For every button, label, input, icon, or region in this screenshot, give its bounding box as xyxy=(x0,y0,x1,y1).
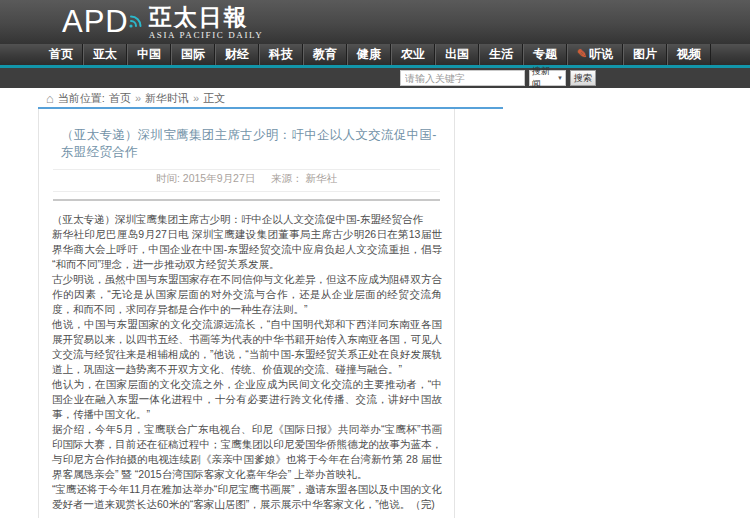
article-body: （亚太专递）深圳宝鹰集团主席古少明：吁中企以人文交流促中国-东盟经贸合作 新华社… xyxy=(39,201,454,512)
breadcrumb-current: 正文 xyxy=(203,91,225,106)
nav-item-home[interactable]: 首页 xyxy=(40,44,83,65)
nav-item-label: 出国 xyxy=(445,44,469,65)
wifi-signal-icon xyxy=(127,2,143,36)
article-paragraph: 新华社印尼巴厘岛9月27日电 深圳宝鹰建设集团董事局主席古少明26日在第13届世… xyxy=(52,227,442,272)
site-header: APD 亞太日報 ASIA PACIFIC DAILY xyxy=(0,0,750,44)
search-category-select[interactable]: 搜新闻 ▼ xyxy=(529,70,566,86)
nav-item-label: 教育 xyxy=(313,44,337,65)
nav-item-special-topics[interactable]: 专题 xyxy=(523,44,567,65)
source-label: 来源： xyxy=(271,172,303,184)
nav-item-label: 财经 xyxy=(225,44,249,65)
nav-item-label: 科技 xyxy=(269,44,293,65)
breadcrumb-separator: » xyxy=(135,92,141,104)
nav-item-label: 国际 xyxy=(181,44,205,65)
main-nav: 首页 亚太 中国 国际 财经 科技 教育 健康 农业 出国 生活 专题 ✎ 听说… xyxy=(0,44,750,65)
nav-item-technology[interactable]: 科技 xyxy=(259,44,303,65)
logo-apd-text: APD xyxy=(62,5,145,39)
site-logo[interactable]: APD 亞太日報 ASIA PACIFIC DAILY xyxy=(62,5,263,40)
nav-item-label: 首页 xyxy=(49,44,73,65)
nav-item-abroad[interactable]: 出国 xyxy=(435,44,479,65)
hot-pen-icon: ✎ xyxy=(577,48,587,60)
nav-item-health[interactable]: 健康 xyxy=(347,44,391,65)
dropdown-arrow-icon: ▼ xyxy=(557,75,563,81)
search-input[interactable] xyxy=(400,70,525,86)
breadcrumb-separator: » xyxy=(193,92,199,104)
nav-item-label: 听说 xyxy=(589,44,613,65)
article-box: （亚太专递）深圳宝鹰集团主席古少明：吁中企以人文交流促中国-东盟经贸合作 时间:… xyxy=(38,109,455,518)
breadcrumb: ⌂ 当前位置: 首页 » 新华时讯 » 正文 xyxy=(0,88,750,107)
nav-item-video[interactable]: 视频 xyxy=(667,44,711,65)
breadcrumb-prefix: 当前位置: xyxy=(58,91,105,106)
article-paragraph: “宝鹰还将于今年11月在雅加达举办“印尼宝鹰书画展”，邀请东盟各国以及中国的文化… xyxy=(52,482,442,512)
article-meta: 时间: 2015年9月27日 来源： 新华社 xyxy=(39,170,454,191)
content-area: （亚太专递）深圳宝鹰集团主席古少明：吁中企以人文交流促中国-东盟经贸合作 时间:… xyxy=(38,107,503,518)
nav-item-label: 专题 xyxy=(533,44,557,65)
article-paragraph: （亚太专递）深圳宝鹰集团主席古少明：吁中企以人文交流促中国-东盟经贸合作 xyxy=(52,212,442,227)
nav-item-finance[interactable]: 财经 xyxy=(215,44,259,65)
search-category-value: 搜新闻 xyxy=(532,65,557,91)
article-paragraph: 他说，中国与东盟国家的文化交流源远流长，“自中国明代郑和下西洋同东南亚各国展开贸… xyxy=(52,317,442,377)
nav-item-label: 农业 xyxy=(401,44,425,65)
nav-item-label: 图片 xyxy=(633,44,657,65)
nav-item-label: 亚太 xyxy=(93,44,117,65)
time-label: 时间: xyxy=(156,172,180,184)
breadcrumb-home-link[interactable]: 首页 xyxy=(109,91,131,106)
nav-item-asia-pacific[interactable]: 亚太 xyxy=(83,44,127,65)
nav-item-label: 中国 xyxy=(137,44,161,65)
logo-english-title: ASIA PACIFIC DAILY xyxy=(149,30,264,40)
time-value: 2015年9月27日 xyxy=(183,172,255,184)
article-title: （亚太专递）深圳宝鹰集团主席古少明：吁中企以人文交流促中国-东盟经贸合作 xyxy=(61,127,440,161)
search-button[interactable]: 搜索 xyxy=(570,70,596,86)
logo-chinese-title: 亞太日報 xyxy=(149,5,264,29)
source-value: 新华社 xyxy=(306,172,338,184)
article-paragraph: 他认为，在国家层面的文化交流之外，企业应成为民间文化交流的主要推动者，“中国企业… xyxy=(52,377,442,422)
logo-titles: 亞太日報 ASIA PACIFIC DAILY xyxy=(149,5,264,40)
home-icon: ⌂ xyxy=(46,93,54,104)
nav-item-label: 视频 xyxy=(677,44,701,65)
nav-item-agriculture[interactable]: 农业 xyxy=(391,44,435,65)
nav-item-listen[interactable]: ✎ 听说 xyxy=(567,44,623,65)
nav-item-photos[interactable]: 图片 xyxy=(623,44,667,65)
nav-item-label: 健康 xyxy=(357,44,381,65)
article-paragraph: 古少明说，虽然中国与东盟国家存在不同信仰与文化差异，但这不应成为阻碍双方合作的因… xyxy=(52,272,442,317)
meta-divider-light xyxy=(53,191,440,192)
nav-item-education[interactable]: 教育 xyxy=(303,44,347,65)
breadcrumb-section-link[interactable]: 新华时讯 xyxy=(145,91,189,106)
search-bar: 搜新闻 ▼ 搜索 xyxy=(0,68,750,88)
nav-item-china[interactable]: 中国 xyxy=(127,44,171,65)
nav-item-label: 生活 xyxy=(489,44,513,65)
nav-item-international[interactable]: 国际 xyxy=(171,44,215,65)
editor-credit: 责任编辑： xyxy=(39,512,454,518)
nav-item-life[interactable]: 生活 xyxy=(479,44,523,65)
article-paragraph: 据介绍，今年5月，宝鹰联合广东电视台、印尼《国际日报》共同举办“宝鹰杯”书画印国… xyxy=(52,422,442,482)
